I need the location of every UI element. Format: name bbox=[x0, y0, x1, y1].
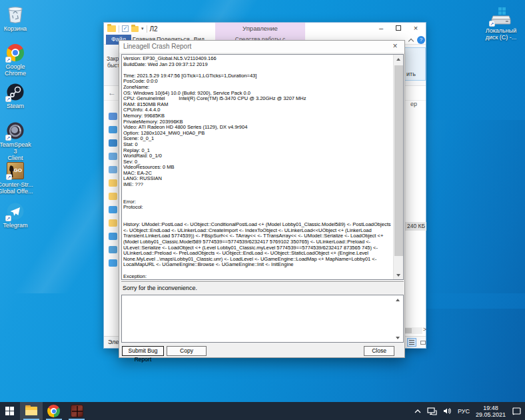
chrome-icon: ↗ bbox=[7, 44, 24, 61]
comment-box bbox=[121, 295, 404, 343]
shortcut-arrow-icon: ↗ bbox=[5, 135, 11, 141]
desktop-icon-telegram[interactable]: ↗ Telegram bbox=[0, 203, 33, 229]
report-scrollbar[interactable] bbox=[393, 55, 403, 279]
this-pc-icon[interactable] bbox=[109, 233, 117, 240]
desktop-icon-label: Локальный диск (С) -... bbox=[481, 27, 521, 41]
tray-date: 29.05.2021 bbox=[476, 411, 506, 418]
desktop-icon-steam[interactable]: ↗ Steam bbox=[0, 83, 33, 109]
properties-icon[interactable]: ✓ bbox=[122, 25, 129, 32]
desktop-icon-csgo[interactable]: GO ↗ Counter-Str... Global Offe... bbox=[0, 162, 33, 195]
ribbon-collapse-icon[interactable] bbox=[408, 37, 414, 43]
scroll-up-icon[interactable] bbox=[394, 55, 404, 63]
file-size-cell[interactable]: 240 КБ bbox=[404, 222, 426, 231]
help-icon[interactable]: ? bbox=[417, 36, 425, 44]
scroll-down-icon[interactable] bbox=[394, 271, 404, 279]
scroll-right-icon[interactable]: > bbox=[423, 326, 426, 333]
desktop-nav-icon[interactable] bbox=[109, 126, 117, 133]
steam-icon: ↗ bbox=[7, 83, 24, 101]
shortcut-arrow-icon: ↗ bbox=[5, 215, 11, 221]
csgo-icon: GO ↗ bbox=[7, 162, 24, 179]
crash-report-text-area[interactable]: Version: EP30_Global.NL5.V2110409.166 Bu… bbox=[121, 54, 404, 280]
telegram-icon: ↗ bbox=[7, 203, 24, 220]
explorer-icon bbox=[25, 407, 37, 415]
folder-icon[interactable] bbox=[109, 179, 117, 187]
language-indicator[interactable]: РУС bbox=[458, 408, 470, 415]
close-button[interactable]: Close bbox=[364, 346, 394, 356]
downloads-icon[interactable] bbox=[109, 139, 117, 147]
taskbar-chrome-button[interactable] bbox=[43, 402, 65, 420]
dialog-close-button[interactable]: × bbox=[386, 41, 404, 53]
scroll-down-icon[interactable] bbox=[393, 333, 403, 342]
ribbon-button-fragment[interactable]: ить bbox=[404, 47, 426, 81]
tray-time: 19:48 bbox=[476, 405, 506, 411]
shortcut-arrow-icon: ↗ bbox=[5, 57, 11, 63]
recycle-bin-icon bbox=[7, 3, 24, 23]
comment-scrollbar[interactable] bbox=[393, 295, 403, 342]
explorer-titlebar[interactable]: ✓ ▾ Л2 Управление – × bbox=[104, 23, 426, 35]
desktop-icon-label: Корзина bbox=[0, 25, 33, 32]
desktop-icon-local-disk[interactable]: ↗ Локальный диск (С) -... bbox=[481, 7, 521, 41]
taskbar-explorer-button[interactable] bbox=[20, 402, 43, 420]
crash-report-text: Version: EP30_Global.NL5.V2110409.166 Bu… bbox=[123, 56, 392, 279]
local-disk-icon: ↗ bbox=[490, 7, 512, 25]
folder-icon[interactable] bbox=[109, 219, 117, 227]
system-tray: РУС 19:48 29.05.2021 bbox=[414, 402, 521, 420]
taskbar: РУС 19:48 29.05.2021 bbox=[0, 402, 525, 420]
desktop-icon-teamspeak[interactable]: ↗ TeamSpeak 3 Client bbox=[0, 122, 33, 161]
scrollbar-thumb[interactable] bbox=[394, 65, 403, 256]
quick-access-toolbar: ✓ ▾ Л2 bbox=[107, 24, 158, 33]
new-folder-icon[interactable] bbox=[131, 26, 139, 32]
copy-button[interactable]: Copy bbox=[167, 346, 207, 356]
shortcut-arrow-icon: ↗ bbox=[489, 21, 495, 27]
details-view-button[interactable] bbox=[407, 338, 416, 347]
submit-bug-report-button[interactable]: Submit Bug Report bbox=[122, 346, 164, 356]
desktop-icon-label: Counter-Str... Global Offe... bbox=[0, 181, 33, 195]
back-icon[interactable]: ← bbox=[108, 88, 116, 97]
sorry-message: Sorry for the inconvenience. bbox=[123, 285, 197, 291]
windows-logo-icon bbox=[5, 407, 14, 415]
quick-access-icon[interactable] bbox=[109, 113, 117, 120]
desktop-icon-google-chrome[interactable]: ↗ Google Chrome bbox=[0, 44, 33, 77]
hidden-icons-chevron-icon[interactable] bbox=[414, 409, 421, 413]
onedrive-icon[interactable] bbox=[109, 259, 117, 267]
pictures-icon[interactable] bbox=[109, 166, 117, 173]
column-header-fragment[interactable]: ер bbox=[410, 101, 417, 107]
network-icon[interactable] bbox=[427, 407, 437, 415]
comment-input[interactable] bbox=[123, 297, 392, 341]
volume-icon[interactable] bbox=[443, 407, 452, 415]
contextual-tab-group: Управление bbox=[215, 23, 305, 35]
maximize-button[interactable] bbox=[390, 23, 407, 35]
desktop: Корзина ↗ Google Chrome ↗ Steam bbox=[0, 0, 525, 420]
teamspeak-icon: ↗ bbox=[7, 122, 24, 139]
folder-icon[interactable] bbox=[109, 193, 117, 200]
shortcut-arrow-icon: ↗ bbox=[6, 174, 12, 180]
dialog-separator bbox=[121, 281, 404, 283]
taskbar-game-button[interactable] bbox=[65, 402, 88, 420]
qat-customize-icon[interactable]: ▾ bbox=[141, 26, 144, 31]
csgo-go-text: GO bbox=[14, 167, 22, 173]
network-nav-icon[interactable] bbox=[109, 246, 117, 253]
desktop-icon-recycle-bin[interactable]: Корзина bbox=[0, 3, 33, 32]
shortcut-arrow-icon: ↗ bbox=[5, 96, 11, 102]
desktop-icon-label: Steam bbox=[0, 103, 33, 109]
dialog-title: Lineagell Crash Report bbox=[123, 43, 191, 50]
dialog-titlebar[interactable]: Lineagell Crash Report × bbox=[119, 41, 404, 53]
notification-center-icon[interactable] bbox=[512, 407, 521, 415]
documents-icon[interactable] bbox=[109, 153, 117, 160]
window-close-button[interactable]: × bbox=[407, 23, 424, 35]
crash-report-dialog: Lineagell Crash Report × Version: EP30_G… bbox=[119, 40, 405, 358]
desktop-icon-label: Google Chrome bbox=[0, 63, 33, 77]
maximize-icon bbox=[396, 25, 401, 31]
clock[interactable]: 19:48 29.05.2021 bbox=[476, 405, 506, 418]
desktop-icon-label: Telegram bbox=[0, 222, 33, 229]
start-button[interactable] bbox=[0, 402, 20, 420]
game-icon bbox=[71, 405, 83, 417]
minimize-button[interactable]: – bbox=[372, 23, 390, 35]
onedrive-icon[interactable] bbox=[109, 206, 117, 213]
explorer-window-title: Л2 bbox=[150, 25, 158, 33]
scroll-up-icon[interactable] bbox=[393, 295, 403, 304]
explorer-window-icon bbox=[107, 25, 116, 32]
thumbnails-view-button[interactable] bbox=[418, 338, 428, 347]
chrome-icon bbox=[47, 405, 60, 417]
desktop-icon-label: TeamSpeak 3 Client bbox=[0, 141, 33, 161]
